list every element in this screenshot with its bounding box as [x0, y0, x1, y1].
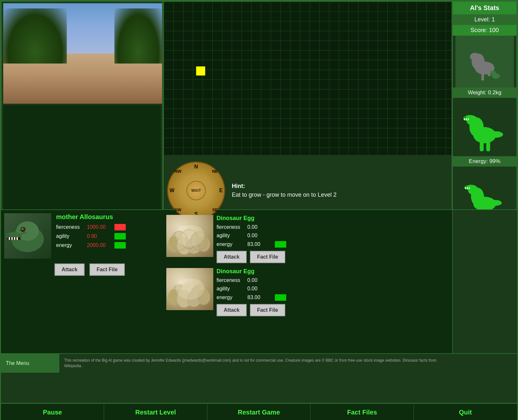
compass-west[interactable]: W	[170, 188, 174, 193]
stats-title: Al's Stats	[453, 2, 516, 14]
svg-rect-5	[481, 71, 484, 80]
left-energy-value: 2000.00	[87, 242, 113, 248]
left-agility-bar	[114, 233, 126, 239]
svg-rect-45	[14, 237, 15, 240]
svg-rect-46	[17, 237, 18, 240]
svg-point-18	[464, 116, 466, 118]
main-container: Description N NE E SE S SW W	[0, 0, 518, 420]
egg2-agility-label: agility	[217, 286, 246, 292]
compass-northeast[interactable]: NE	[212, 169, 218, 174]
left-creature-name: mother Allosaurus	[56, 213, 160, 221]
egg1-image	[166, 215, 213, 257]
scene-image	[3, 3, 162, 104]
egg1-energy-bar	[275, 241, 286, 248]
egg2-svg	[166, 268, 213, 310]
copyright-text: This recreation of the Big Al game was c…	[59, 356, 452, 370]
egg2-energy-label: energy	[217, 295, 246, 300]
menu-label[interactable]: The Menu	[1, 354, 59, 373]
left-fierceness-value: 1000.00	[87, 224, 113, 230]
stats-side-creature	[452, 210, 517, 353]
egg2-fierceness-row: fierceness 0.00	[217, 277, 449, 283]
egg1-row: Dinosaur Egg fierceness 0.00 agility 0.0…	[166, 213, 449, 265]
compass-container[interactable]: N NE E SE S SW W NW WAIT	[167, 161, 225, 220]
egg1-info: Dinosaur Egg fierceness 0.00 agility 0.0…	[217, 215, 449, 263]
left-factfile-button[interactable]: Fact File	[89, 263, 125, 276]
egg2-fierceness-label: fierceness	[217, 277, 246, 283]
scene-trees-left	[3, 8, 67, 64]
egg2-buttons: Attack Fact File	[217, 304, 449, 316]
compass-east[interactable]: E	[219, 188, 223, 193]
svg-point-34	[489, 200, 502, 206]
left-fierceness-row: fierceness 1000.00	[56, 224, 160, 230]
svg-point-9	[490, 71, 494, 74]
egg1-fierceness-row: fierceness 0.00	[217, 224, 449, 230]
scene-panel: Description	[1, 1, 163, 236]
egg1-energy-row: energy 83.00	[217, 241, 449, 248]
compass-wait-button[interactable]: WAIT	[186, 181, 206, 200]
svg-point-47	[7, 235, 9, 236]
hint-content: Eat to grow - grow to move on to Level 2	[232, 192, 336, 198]
svg-rect-29	[467, 187, 468, 189]
dino-image-1	[455, 98, 514, 156]
egg2-agility-value: 0.00	[247, 286, 273, 292]
egg2-attack-button[interactable]: Attack	[217, 304, 247, 316]
egg1-attack-button[interactable]: Attack	[217, 251, 247, 263]
scene-trees-right	[114, 8, 162, 64]
quit-button[interactable]: Quit	[414, 404, 517, 420]
restart-game-button[interactable]: Restart Game	[207, 404, 311, 420]
left-creature-buttons: Attack Fact File	[4, 263, 160, 276]
egg2-energy-bar	[275, 294, 286, 301]
svg-rect-22	[477, 129, 479, 135]
stats-panel: Al's Stats Level: 1 Score: 100	[452, 1, 517, 236]
compass-southeast[interactable]: SE	[212, 207, 218, 212]
left-attack-button[interactable]: Attack	[54, 263, 85, 276]
egg1-factfile-button[interactable]: Fact File	[250, 251, 285, 263]
left-fierceness-bar	[114, 224, 126, 230]
left-energy-bar	[114, 242, 126, 249]
left-fierceness-label: fierceness	[56, 224, 85, 230]
egg2-energy-value: 83.00	[247, 295, 273, 300]
svg-rect-16	[466, 118, 467, 120]
svg-point-52	[177, 237, 191, 254]
left-agility-row: agility 0.90	[56, 233, 160, 239]
stats-level: Level: 1	[453, 14, 516, 25]
hint-text: Hint: Eat to grow - grow to move on to L…	[232, 182, 336, 199]
restart-level-button[interactable]: Restart Level	[104, 404, 207, 420]
bottom-info: The Menu This recreation of the Big Al g…	[1, 353, 517, 373]
right-creatures-panel: Dinosaur Egg fierceness 0.00 agility 0.0…	[163, 210, 452, 353]
creatures-section: mother Allosaurus fierceness 1000.00 agi…	[1, 209, 517, 353]
fact-files-button[interactable]: Fact Files	[311, 404, 414, 420]
dino-silhouette	[455, 36, 514, 88]
left-agility-value: 0.90	[87, 233, 113, 239]
svg-point-31	[465, 185, 467, 187]
allosaurus-svg	[4, 213, 51, 259]
egg1-fierceness-value: 0.00	[247, 224, 273, 230]
egg2-image	[166, 268, 213, 310]
stats-energy: Energy: 99%	[453, 156, 516, 167]
compass-north[interactable]: N	[194, 164, 198, 170]
dino-green1-svg	[459, 99, 511, 155]
pause-button[interactable]: Pause	[1, 404, 104, 420]
svg-point-62	[177, 290, 191, 308]
left-creature-panel: mother Allosaurus fierceness 1000.00 agi…	[1, 210, 163, 353]
egg1-agility-row: agility 0.00	[217, 233, 449, 239]
grid-area[interactable]	[164, 2, 452, 155]
svg-rect-20	[486, 140, 490, 151]
svg-rect-15	[464, 118, 465, 120]
compass-northwest[interactable]: NW	[174, 169, 182, 174]
dino-silhouette-svg	[459, 39, 511, 84]
svg-rect-43	[9, 237, 10, 240]
svg-point-54	[197, 236, 210, 252]
footer: Pause Restart Level Restart Game Fact Fi…	[1, 403, 517, 420]
left-agility-label: agility	[56, 233, 85, 239]
stats-weight: Weight: 0.2kg	[453, 88, 516, 98]
egg1-energy-value: 83.00	[247, 241, 273, 247]
svg-rect-44	[11, 237, 13, 240]
svg-rect-35	[477, 198, 480, 204]
compass-southwest[interactable]: SW	[174, 207, 181, 212]
player-marker	[196, 66, 205, 76]
top-section: Description N NE E SE S SW W	[1, 1, 517, 179]
egg2-factfile-button[interactable]: Fact File	[250, 304, 285, 316]
egg2-agility-row: agility 0.00	[217, 286, 449, 292]
svg-point-40	[22, 228, 23, 229]
